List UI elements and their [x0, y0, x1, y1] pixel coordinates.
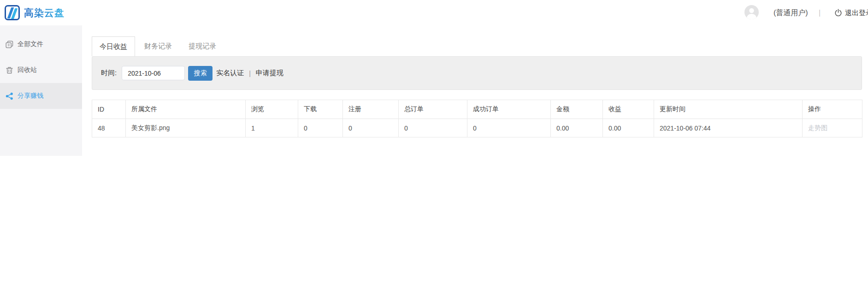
- column-header: 注册: [343, 100, 399, 119]
- realname-auth-link[interactable]: 实名认证: [216, 69, 244, 77]
- table-cell: 1: [246, 119, 298, 137]
- logo-text: 高染云盘: [24, 6, 65, 19]
- column-header: 操作: [803, 100, 862, 119]
- earnings-table: ID所属文件浏览下载注册总订单成功订单金额收益更新时间操作 48美女剪影.png…: [92, 100, 862, 137]
- sidebar: 全部文件回收站分享赚钱: [0, 25, 82, 156]
- column-header: 浏览: [246, 100, 298, 119]
- tab-today-earnings[interactable]: 今日收益: [92, 36, 135, 56]
- trash-icon: [5, 66, 13, 74]
- header-divider: |: [819, 0, 821, 25]
- column-header: 下载: [298, 100, 343, 119]
- table-cell: 0: [399, 119, 467, 137]
- sidebar-item-share-earn[interactable]: 分享赚钱: [0, 83, 82, 109]
- sidebar-item-label: 全部文件: [18, 40, 43, 48]
- trend-chart-link[interactable]: 走势图: [808, 124, 827, 131]
- table-cell: 0.00: [603, 119, 654, 137]
- column-header: 收益: [603, 100, 654, 119]
- table-cell: 0: [467, 119, 551, 137]
- table-header-row: ID所属文件浏览下载注册总订单成功订单金额收益更新时间操作: [92, 100, 862, 119]
- main-content: 今日收益财务记录提现记录 时间: 搜索 实名认证 | 申请提现 ID所属文件浏览…: [92, 36, 862, 137]
- column-header: 更新时间: [654, 100, 803, 119]
- table-cell: 0: [298, 119, 343, 137]
- top-header: 高染云盘 (普通用户) | 退出登录: [0, 0, 868, 25]
- column-header: 所属文件: [126, 100, 246, 119]
- sidebar-item-label: 分享赚钱: [18, 92, 43, 100]
- table-row: 48美女剪影.png100000.000.002021-10-06 07:44走…: [92, 119, 862, 137]
- table-cell: 0: [343, 119, 399, 137]
- logo-icon: [5, 5, 20, 20]
- filter-link-divider: |: [249, 70, 251, 77]
- person-icon: [744, 5, 759, 19]
- table-cell: 2021-10-06 07:44: [654, 119, 803, 137]
- tab-finance-records[interactable]: 财务记录: [137, 36, 179, 56]
- column-header: ID: [92, 100, 126, 119]
- table-cell: 0.00: [551, 119, 603, 137]
- table-cell-actions: 走势图: [803, 119, 862, 137]
- time-label: 时间:: [101, 69, 117, 77]
- table-cell: 美女剪影.png: [126, 119, 246, 137]
- files-icon: [5, 40, 13, 48]
- tab-bar: 今日收益财务记录提现记录: [92, 36, 862, 56]
- avatar[interactable]: [744, 5, 759, 19]
- logo[interactable]: 高染云盘: [5, 4, 65, 21]
- apply-withdraw-link[interactable]: 申请提现: [256, 69, 283, 77]
- logout-button[interactable]: 退出登录: [845, 0, 868, 25]
- column-header: 总订单: [399, 100, 467, 119]
- share-icon: [5, 92, 13, 100]
- sidebar-item-all-files[interactable]: 全部文件: [0, 31, 82, 57]
- date-input[interactable]: [122, 66, 185, 80]
- search-button[interactable]: 搜索: [188, 66, 213, 81]
- tab-withdrawal-records[interactable]: 提现记录: [181, 36, 224, 56]
- table-cell: 48: [92, 119, 126, 137]
- filter-bar: 时间: 搜索 实名认证 | 申请提现: [92, 56, 862, 90]
- sidebar-item-recycle-bin[interactable]: 回收站: [0, 57, 82, 83]
- sidebar-item-label: 回收站: [18, 66, 37, 74]
- power-icon[interactable]: [834, 9, 842, 17]
- user-role-label: (普通用户): [774, 0, 808, 25]
- column-header: 成功订单: [467, 100, 551, 119]
- column-header: 金额: [551, 100, 603, 119]
